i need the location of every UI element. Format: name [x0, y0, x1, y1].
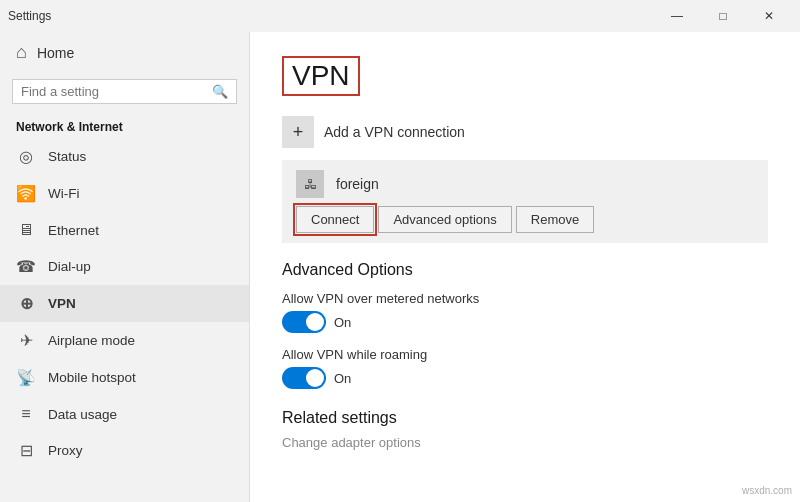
toggle-metered-switch[interactable] — [282, 311, 326, 333]
app-body: ⌂ Home 🔍 Network & Internet ◎ Status 🛜 W… — [0, 32, 800, 502]
toggle-roaming-label: Allow VPN while roaming — [282, 347, 768, 362]
sidebar-item-vpn[interactable]: ⊕ VPN — [0, 285, 249, 322]
sidebar-item-label-ethernet: Ethernet — [48, 223, 99, 238]
ethernet-icon: 🖥 — [16, 221, 36, 239]
sidebar-item-airplane[interactable]: ✈ Airplane mode — [0, 322, 249, 359]
sidebar-home-label: Home — [37, 45, 74, 61]
close-button[interactable]: ✕ — [746, 0, 792, 32]
sidebar: ⌂ Home 🔍 Network & Internet ◎ Status 🛜 W… — [0, 32, 250, 502]
vpn-card-icon: 🖧 — [296, 170, 324, 198]
toggle-roaming-control: On — [282, 367, 768, 389]
vpn-card: 🖧 foreign Connect Advanced options Remov… — [282, 160, 768, 243]
toggle-metered-state: On — [334, 315, 351, 330]
airplane-icon: ✈ — [16, 331, 36, 350]
sidebar-item-label-airplane: Airplane mode — [48, 333, 135, 348]
main-content: VPN + Add a VPN connection 🖧 foreign Con… — [250, 32, 800, 502]
sidebar-item-home[interactable]: ⌂ Home — [0, 32, 249, 73]
toggle-metered-label: Allow VPN over metered networks — [282, 291, 768, 306]
sidebar-item-label-wifi: Wi-Fi — [48, 186, 79, 201]
search-icon: 🔍 — [212, 84, 228, 99]
hotspot-icon: 📡 — [16, 368, 36, 387]
sidebar-item-label-datausage: Data usage — [48, 407, 117, 422]
sidebar-item-label-dialup: Dial-up — [48, 259, 91, 274]
sidebar-section-label: Network & Internet — [0, 110, 249, 138]
maximize-button[interactable]: □ — [700, 0, 746, 32]
sidebar-item-label-status: Status — [48, 149, 86, 164]
sidebar-item-label-hotspot: Mobile hotspot — [48, 370, 136, 385]
toggle-roaming-switch[interactable] — [282, 367, 326, 389]
status-icon: ◎ — [16, 147, 36, 166]
toggle-roaming: Allow VPN while roaming On — [282, 347, 768, 389]
proxy-icon: ⊟ — [16, 441, 36, 460]
wifi-icon: 🛜 — [16, 184, 36, 203]
page-title: VPN — [292, 60, 350, 92]
titlebar: Settings — □ ✕ — [0, 0, 800, 32]
sidebar-item-datausage[interactable]: ≡ Data usage — [0, 396, 249, 432]
advanced-options-heading: Advanced Options — [282, 261, 768, 279]
datausage-icon: ≡ — [16, 405, 36, 423]
vpn-icon: ⊕ — [16, 294, 36, 313]
sidebar-item-dialup[interactable]: ☎ Dial-up — [0, 248, 249, 285]
minimize-button[interactable]: — — [654, 0, 700, 32]
titlebar-title: Settings — [8, 9, 51, 23]
add-vpn-icon: + — [282, 116, 314, 148]
vpn-card-buttons: Connect Advanced options Remove — [296, 206, 754, 233]
sidebar-item-wifi[interactable]: 🛜 Wi-Fi — [0, 175, 249, 212]
sidebar-item-ethernet[interactable]: 🖥 Ethernet — [0, 212, 249, 248]
page-title-wrapper: VPN — [282, 56, 360, 96]
remove-button[interactable]: Remove — [516, 206, 594, 233]
home-icon: ⌂ — [16, 42, 27, 63]
connect-button[interactable]: Connect — [296, 206, 374, 233]
sidebar-item-hotspot[interactable]: 📡 Mobile hotspot — [0, 359, 249, 396]
vpn-card-name: foreign — [336, 176, 379, 192]
add-vpn-row[interactable]: + Add a VPN connection — [282, 116, 768, 148]
watermark: wsxdn.com — [742, 485, 792, 496]
sidebar-item-label-vpn: VPN — [48, 296, 76, 311]
dialup-icon: ☎ — [16, 257, 36, 276]
sidebar-item-proxy[interactable]: ⊟ Proxy — [0, 432, 249, 469]
change-adapter-link[interactable]: Change adapter options — [282, 435, 768, 450]
sidebar-item-status[interactable]: ◎ Status — [0, 138, 249, 175]
search-box[interactable]: 🔍 — [12, 79, 237, 104]
toggle-metered: Allow VPN over metered networks On — [282, 291, 768, 333]
toggle-metered-control: On — [282, 311, 768, 333]
advanced-options-button[interactable]: Advanced options — [378, 206, 511, 233]
titlebar-controls: — □ ✕ — [654, 0, 792, 32]
sidebar-item-label-proxy: Proxy — [48, 443, 83, 458]
toggle-roaming-state: On — [334, 371, 351, 386]
search-input[interactable] — [21, 84, 206, 99]
add-vpn-label: Add a VPN connection — [324, 124, 465, 140]
related-settings-heading: Related settings — [282, 409, 768, 427]
vpn-card-top: 🖧 foreign — [296, 170, 754, 198]
